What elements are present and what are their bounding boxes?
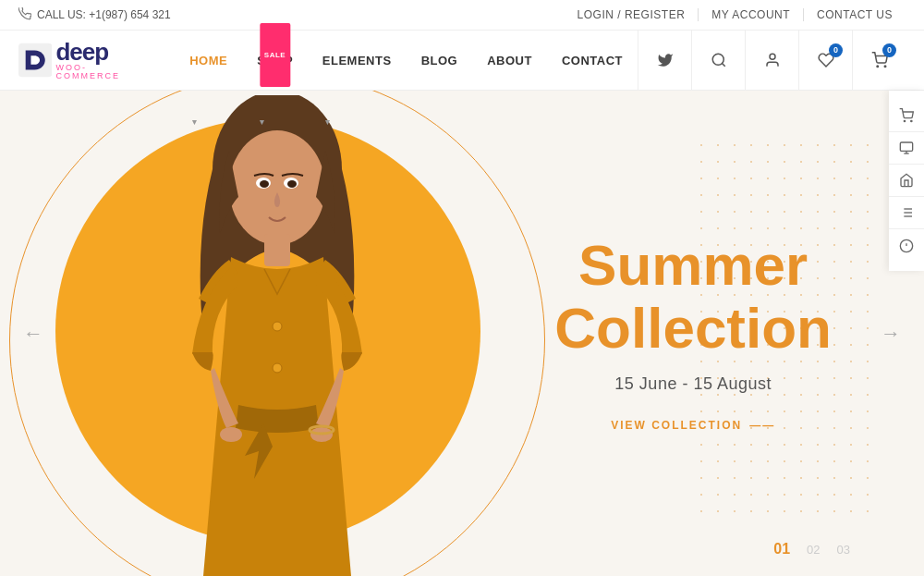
chevron-down-icon-shop: ▾	[260, 117, 265, 127]
nav-bar: deep WOO-COMMERCE HOME ▾ SALE SHOP ▾ ELE…	[0, 31, 924, 91]
sidebar-list-icon[interactable]	[889, 197, 924, 229]
nav-item-elements[interactable]: ELEMENTS ▾	[308, 31, 407, 91]
svg-line-2	[722, 63, 724, 66]
nav-link-shop[interactable]: SALE SHOP ▾	[242, 31, 308, 91]
nav-link-contact[interactable]: CONTACT	[547, 31, 638, 91]
hero-model	[83, 91, 471, 576]
hero-section: Summer Collection 15 June - 15 August VI…	[0, 91, 924, 576]
nav-link-home[interactable]: HOME ▾	[175, 31, 242, 91]
slide-indicator-1[interactable]: 01	[773, 541, 790, 558]
logo[interactable]: deep WOO-COMMERCE	[18, 40, 147, 80]
svg-point-10	[273, 363, 282, 373]
svg-rect-20	[900, 142, 912, 151]
hero-model-svg	[102, 95, 453, 576]
cart-icon-btn[interactable]: 0	[852, 31, 906, 91]
right-sidebar	[889, 91, 924, 271]
logo-icon	[18, 43, 52, 78]
svg-point-17	[287, 180, 297, 188]
sidebar-home-icon[interactable]	[889, 165, 924, 197]
svg-point-3	[770, 54, 775, 59]
nav-icons: 0 0	[638, 31, 906, 91]
svg-point-18	[904, 120, 905, 121]
slide-indicator-3[interactable]: 03	[837, 543, 850, 557]
hero-content: Summer Collection 15 June - 15 August VI…	[554, 234, 832, 433]
svg-rect-8	[264, 234, 290, 266]
twitter-icon	[657, 52, 674, 68]
sidebar-info-icon[interactable]	[889, 229, 924, 262]
wishlist-badge: 0	[829, 43, 843, 57]
slide-indicators: 01 02 03	[773, 541, 850, 558]
svg-point-16	[260, 180, 269, 188]
search-icon-btn[interactable]	[691, 31, 745, 91]
svg-point-1	[712, 54, 723, 65]
account-icon	[764, 52, 781, 68]
svg-point-7	[229, 130, 325, 245]
next-slide-button[interactable]: →	[871, 313, 910, 355]
hero-title-line1: Summer	[554, 234, 832, 297]
wishlist-icon-btn[interactable]: 0	[798, 31, 852, 91]
nav-item-contact[interactable]: CONTACT	[547, 31, 638, 91]
sale-badge: SALE	[260, 23, 290, 87]
svg-point-19	[911, 120, 912, 121]
nav-menu: HOME ▾ SALE SHOP ▾ ELEMENTS ▾ BLOG ABOUT…	[175, 31, 638, 91]
slide-indicator-2[interactable]: 02	[807, 543, 820, 557]
twitter-icon-btn[interactable]	[638, 31, 691, 91]
search-icon	[711, 52, 727, 68]
svg-point-4	[877, 66, 879, 67]
contact-us-link[interactable]: CONTACT US	[804, 8, 906, 21]
logo-text: deep WOO-COMMERCE	[55, 40, 147, 80]
nav-item-blog[interactable]: BLOG	[407, 31, 473, 91]
nav-link-about[interactable]: ABOUT	[472, 31, 547, 91]
svg-point-5	[884, 66, 886, 67]
top-bar: CALL US: +1(987) 654 321 LOGIN / REGISTE…	[0, 0, 924, 31]
hero-title: Summer Collection	[554, 234, 832, 360]
chevron-down-icon-elements: ▾	[325, 117, 331, 127]
login-register-link[interactable]: LOGIN / REGISTER	[565, 8, 699, 21]
nav-item-shop[interactable]: SALE SHOP ▾	[242, 31, 308, 91]
nav-item-home[interactable]: HOME ▾	[175, 31, 242, 91]
sidebar-cart-icon[interactable]	[889, 100, 924, 132]
top-bar-left: CALL US: +1(987) 654 321	[18, 7, 171, 22]
nav-link-elements[interactable]: ELEMENTS ▾	[308, 31, 407, 91]
hero-title-line2: Collection	[554, 297, 832, 360]
cart-badge: 0	[882, 43, 896, 57]
top-bar-right: LOGIN / REGISTER MY ACCOUNT CONTACT US	[565, 8, 906, 21]
my-account-link[interactable]: MY ACCOUNT	[699, 8, 804, 21]
view-collection-link[interactable]: VIEW COLLECTION	[611, 419, 775, 432]
svg-point-11	[220, 427, 242, 442]
nav-item-about[interactable]: ABOUT	[472, 31, 547, 91]
svg-point-9	[273, 322, 282, 331]
phone-icon	[18, 7, 31, 22]
nav-link-blog[interactable]: BLOG	[407, 31, 473, 91]
chevron-down-icon: ▾	[192, 117, 198, 127]
hero-date: 15 June - 15 August	[554, 374, 832, 394]
sidebar-monitor-icon[interactable]	[889, 132, 924, 165]
call-label: CALL US: +1(987) 654 321	[37, 8, 171, 21]
prev-slide-button[interactable]: ←	[14, 313, 53, 355]
account-icon-btn[interactable]	[745, 31, 798, 91]
logo-sub: WOO-COMMERCE	[55, 64, 147, 80]
logo-brand: deep	[55, 40, 147, 64]
